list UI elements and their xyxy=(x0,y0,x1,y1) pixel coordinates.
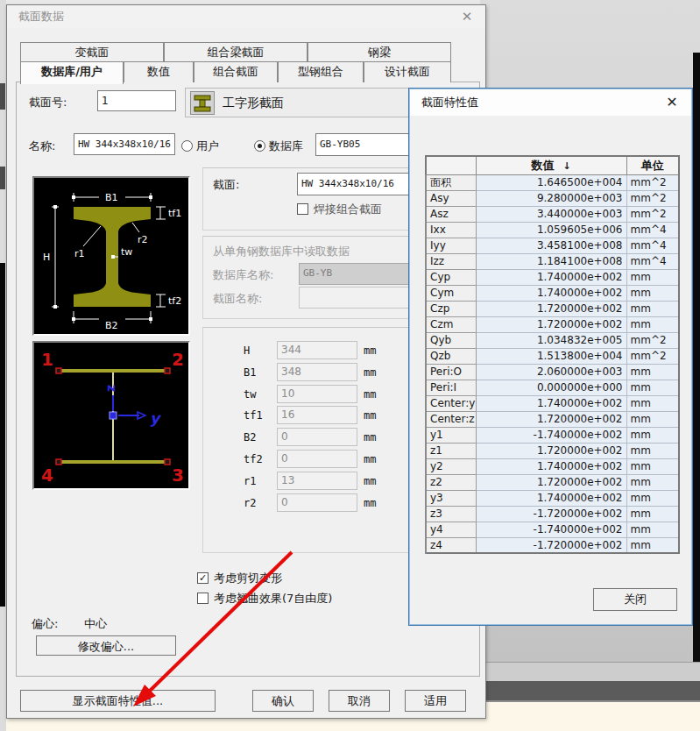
table-row[interactable]: Asz3.440000e+003mm^2 xyxy=(426,206,679,222)
property-value-cell: 1.720000e+002 xyxy=(476,316,626,332)
property-value-cell: 1.720000e+002 xyxy=(476,411,626,427)
table-row[interactable]: Izz1.184100e+008mm^4 xyxy=(426,253,679,269)
table-row[interactable]: Qyb1.034832e+005mm^2 xyxy=(426,332,679,348)
user-radio[interactable] xyxy=(181,140,193,152)
db-name-label: 数据库名称: xyxy=(213,267,273,283)
property-name-cell: Peri:O xyxy=(426,364,476,380)
table-row[interactable]: 面积1.646500e+004mm^2 xyxy=(426,174,679,190)
table-row[interactable]: y31.740000e+002mm xyxy=(426,490,679,506)
property-unit-cell: mm xyxy=(626,316,679,332)
property-unit-cell: mm^2 xyxy=(626,206,679,222)
database-radio[interactable] xyxy=(254,140,265,152)
name-label: 名称: xyxy=(29,138,55,154)
property-value-cell: 3.458100e+008 xyxy=(476,238,626,253)
section-type-label: 工字形截面 xyxy=(223,96,284,111)
tab-row2-0[interactable]: 数据库/用户 xyxy=(20,61,124,84)
table-row[interactable]: Cym1.740000e+002mm xyxy=(426,285,679,301)
table-row[interactable]: Czm1.720000e+002mm xyxy=(426,316,679,332)
axis-label-z: z xyxy=(103,385,117,392)
table-row[interactable]: y21.740000e+002mm xyxy=(426,458,679,474)
table-row[interactable]: Qzb1.513800e+004mm^2 xyxy=(426,348,679,364)
tab-row2-2[interactable]: 组合截面 xyxy=(194,61,278,82)
table-row[interactable]: Asy9.280000e+003mm^2 xyxy=(426,190,679,206)
table-row[interactable]: Ixx1.059605e+006mm^4 xyxy=(426,222,679,238)
property-value-cell: 2.060000e+003 xyxy=(476,364,626,380)
table-row[interactable]: Center:y1.740000e+002mm xyxy=(426,395,679,411)
property-value-cell: 1.720000e+002 xyxy=(476,474,626,490)
properties-table: 数值↓ 单位 面积1.646500e+004mm^2Asy9.280000e+0… xyxy=(425,155,680,554)
show-section-properties-button[interactable]: 显示截面特性值... xyxy=(20,690,216,712)
ok-button[interactable]: 确认 xyxy=(252,690,314,712)
property-value-cell: 1.740000e+002 xyxy=(476,458,626,474)
property-unit-cell: mm xyxy=(626,506,679,522)
corner-label-2: 2 xyxy=(172,349,184,370)
table-row[interactable]: z4-1.720000e+002mm xyxy=(426,537,679,553)
table-row[interactable]: z3-1.720000e+002mm xyxy=(426,506,679,522)
shear-checkbox[interactable]: ✓ xyxy=(197,572,209,584)
dim-label-tf1: tf1 xyxy=(168,208,181,219)
dim-label-b2: B2 xyxy=(105,320,118,331)
tab-row2-3[interactable]: 型钢组合 xyxy=(278,61,364,82)
property-unit-cell: mm^4 xyxy=(626,253,679,269)
property-value-cell: 0.000000e+000 xyxy=(476,380,626,395)
param-input-tw: 10 xyxy=(277,385,357,403)
property-value-cell: 1.720000e+002 xyxy=(476,443,626,458)
database-select-value: GB-YB05 xyxy=(320,138,360,150)
tab-row2-1[interactable]: 数值 xyxy=(124,61,194,82)
modify-eccentricity-button[interactable]: 修改偏心... xyxy=(36,635,176,656)
tab-row1-1[interactable]: 组合梁截面 xyxy=(164,42,308,61)
table-row[interactable]: Peri:O2.060000e+003mm xyxy=(426,364,679,380)
param-input-r1: 13 xyxy=(277,472,357,490)
table-row[interactable]: Center:z1.720000e+002mm xyxy=(426,411,679,427)
tab-row1-0[interactable]: 变截面 xyxy=(20,42,164,61)
table-row[interactable]: y1-1.740000e+002mm xyxy=(426,427,679,443)
table-row[interactable]: Czp1.720000e+002mm xyxy=(426,301,679,316)
section-combo-value: HW 344x348x10/16 xyxy=(301,178,394,189)
section-number-input[interactable]: 1 xyxy=(97,90,176,111)
tab-row1-2[interactable]: 钢梁 xyxy=(308,42,451,61)
property-unit-cell: mm xyxy=(626,474,679,490)
property-name-cell: 面积 xyxy=(426,174,476,190)
section-axes-diagram: 1 2 3 4 z y xyxy=(32,341,190,490)
table-row[interactable]: Iyy3.458100e+008mm^4 xyxy=(426,238,679,253)
param-unit-B2: mm xyxy=(364,431,376,444)
table-row[interactable]: y4-1.740000e+002mm xyxy=(426,522,679,537)
property-value-cell: -1.720000e+002 xyxy=(476,506,626,522)
table-row[interactable]: z11.720000e+002mm xyxy=(426,443,679,458)
weld-checkbox[interactable] xyxy=(297,203,308,215)
property-unit-cell: mm xyxy=(626,380,679,395)
param-unit-tw: mm xyxy=(364,388,376,401)
apply-button[interactable]: 适用 xyxy=(405,690,466,712)
property-name-cell: Cym xyxy=(426,285,476,301)
close-icon[interactable]: ✕ xyxy=(457,8,477,25)
table-row[interactable]: z21.720000e+002mm xyxy=(426,474,679,490)
close-icon[interactable]: ✕ xyxy=(662,94,682,111)
warp-checkbox[interactable] xyxy=(197,593,209,604)
background-left-segment xyxy=(0,83,5,110)
corner-label-4: 4 xyxy=(41,465,53,486)
param-input-tf1: 16 xyxy=(277,406,357,424)
cancel-button[interactable]: 取消 xyxy=(329,690,390,712)
property-unit-cell: mm xyxy=(626,395,679,411)
property-name-cell: Czm xyxy=(426,316,476,332)
section-dimension-diagram: B1 tf1 r1 r2 H tw tf2 B2 xyxy=(32,176,190,336)
table-row[interactable]: Peri:I0.000000e+000mm xyxy=(426,380,679,395)
eccentricity-value: 中心 xyxy=(84,616,107,632)
props-close-button[interactable]: 关闭 xyxy=(593,588,677,611)
param-label-tw: tw xyxy=(244,388,256,401)
corner-label-1: 1 xyxy=(41,349,53,370)
unit-header[interactable]: 单位 xyxy=(626,156,679,174)
property-unit-cell: mm xyxy=(626,269,679,285)
table-row[interactable]: Cyp1.740000e+002mm xyxy=(426,269,679,285)
property-name-cell: Czp xyxy=(426,301,476,316)
property-name-cell: y3 xyxy=(426,490,476,506)
tab-row2-4[interactable]: 设计截面 xyxy=(364,61,451,82)
i-section-icon[interactable] xyxy=(190,91,215,115)
name-input[interactable]: HW 344x348x10/16 xyxy=(74,133,175,155)
eccentricity-label: 偏心: xyxy=(32,616,58,632)
value-header[interactable]: 数值↓ xyxy=(476,156,626,174)
property-name-cell: y4 xyxy=(426,522,476,537)
property-value-cell: -1.740000e+002 xyxy=(476,522,626,537)
section-number-label: 截面号: xyxy=(29,95,67,110)
param-label-B1: B1 xyxy=(244,366,256,379)
